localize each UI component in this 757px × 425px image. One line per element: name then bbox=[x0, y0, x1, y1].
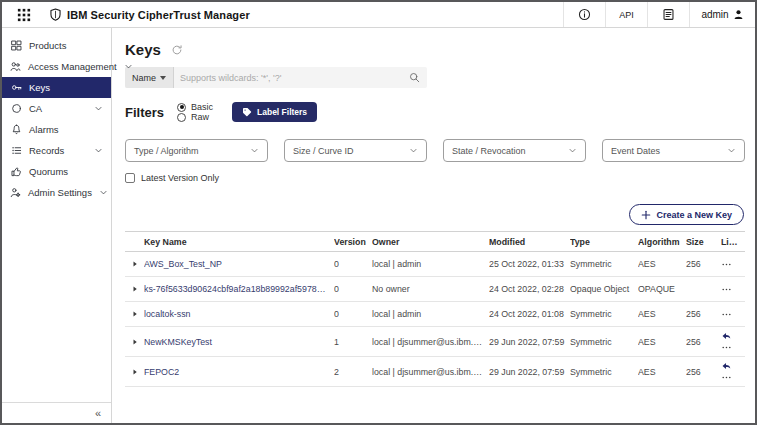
expand-caret-icon[interactable] bbox=[125, 368, 144, 376]
app-switcher-icon[interactable] bbox=[11, 8, 37, 22]
chevron-down-icon bbox=[160, 76, 166, 80]
link-back-icon[interactable] bbox=[721, 360, 732, 371]
refresh-icon[interactable] bbox=[171, 44, 183, 56]
dropdown-type-algorithm[interactable]: Type / Algorithm bbox=[125, 139, 268, 162]
tag-icon bbox=[242, 107, 252, 117]
owner-cell: No owner bbox=[372, 284, 489, 294]
overflow-menu-icon[interactable] bbox=[721, 259, 732, 270]
search-icon[interactable] bbox=[409, 72, 420, 83]
sidebar-item-quorums[interactable]: Quorums bbox=[2, 161, 111, 182]
type-cell: Symmetric bbox=[570, 367, 638, 377]
column-header-algorithm: Algorithm bbox=[638, 237, 686, 247]
owner-cell: local | admin bbox=[372, 259, 489, 269]
key-icon bbox=[10, 82, 22, 93]
filters-heading: Filters bbox=[125, 105, 164, 120]
column-header-owner: Owner bbox=[372, 237, 489, 247]
radio-label: Basic bbox=[191, 102, 213, 112]
brand: IBM SecurityCipherTrust Manager bbox=[49, 8, 250, 21]
plus-icon bbox=[641, 210, 651, 220]
bell-icon bbox=[10, 124, 22, 135]
account-menu[interactable]: admin bbox=[689, 2, 755, 27]
radio-basic[interactable]: Basic bbox=[177, 102, 213, 112]
key-name-link[interactable]: localtok-ssn bbox=[144, 309, 334, 319]
algorithm-cell: AES bbox=[638, 309, 686, 319]
main-content: Keys Name Filters BasicRaw Label Filters bbox=[112, 28, 755, 423]
sidebar-item-keys[interactable]: Keys bbox=[2, 77, 111, 98]
label-filters-label: Label Filters bbox=[257, 107, 307, 117]
version-cell: 0 bbox=[334, 284, 372, 294]
records-icon bbox=[10, 145, 22, 156]
table-row[interactable]: AWS_Box_Test_NP0local | admin25 Oct 2022… bbox=[125, 252, 745, 277]
expand-caret-icon[interactable] bbox=[125, 285, 144, 293]
dropdown-size-curve-id[interactable]: Size / Curve ID bbox=[284, 139, 427, 162]
sidebar-item-ca[interactable]: CA bbox=[2, 98, 111, 119]
admin-gear-icon bbox=[10, 187, 21, 198]
key-name-link[interactable]: NewKMSKeyTest bbox=[144, 337, 334, 347]
dropdown-label: State / Revocation bbox=[452, 146, 526, 156]
page-title: Keys bbox=[125, 41, 161, 58]
radio-button-icon bbox=[177, 103, 186, 112]
algorithm-cell: AES bbox=[638, 259, 686, 269]
links-cell bbox=[721, 327, 745, 356]
links-cell bbox=[721, 306, 745, 323]
sidebar-item-label: Admin Settings bbox=[28, 187, 92, 198]
algorithm-cell: OPAQUE bbox=[638, 284, 686, 294]
brand-text: IBM SecurityCipherTrust Manager bbox=[67, 9, 250, 21]
create-new-key-label: Create a New Key bbox=[656, 210, 732, 220]
radio-raw[interactable]: Raw bbox=[177, 112, 213, 122]
key-name-link[interactable]: FEPOC2 bbox=[144, 367, 334, 377]
sidebar-item-access-management[interactable]: Access Management bbox=[2, 56, 111, 77]
key-name-link[interactable]: ks-76f5633d90624cbf9af2a18b89992af59783a… bbox=[144, 284, 334, 294]
checkbox-icon bbox=[125, 173, 135, 183]
size-cell: 256 bbox=[686, 337, 721, 347]
expand-caret-icon[interactable] bbox=[125, 260, 144, 268]
account-name: admin bbox=[701, 9, 728, 20]
chevron-down-icon bbox=[124, 62, 133, 71]
sidebar-collapse-button[interactable]: « bbox=[2, 402, 111, 423]
expand-caret-icon[interactable] bbox=[125, 310, 144, 318]
modified-cell: 29 Jun 2022, 07:59 bbox=[489, 367, 570, 377]
expand-caret-icon[interactable] bbox=[125, 338, 144, 346]
key-name-link[interactable]: AWS_Box_Test_NP bbox=[144, 259, 334, 269]
overflow-menu-icon[interactable] bbox=[721, 342, 732, 353]
overflow-menu-icon[interactable] bbox=[721, 284, 732, 295]
algorithm-cell: AES bbox=[638, 367, 686, 377]
overflow-menu-icon[interactable] bbox=[721, 372, 732, 383]
overflow-menu-icon[interactable] bbox=[721, 309, 732, 320]
header-left: IBM SecurityCipherTrust Manager bbox=[2, 2, 250, 27]
info-icon[interactable] bbox=[563, 2, 605, 27]
sidebar-item-alarms[interactable]: Alarms bbox=[2, 119, 111, 140]
table-row[interactable]: FEPOC22local | djsummer@us.ibm.com29 Jun… bbox=[125, 357, 745, 387]
links-cell bbox=[721, 357, 745, 386]
latest-version-checkbox[interactable]: Latest Version Only bbox=[125, 173, 219, 183]
chevron-down-icon bbox=[568, 146, 577, 155]
column-header-key-name: Key Name bbox=[144, 237, 334, 247]
search-field-selector-label: Name bbox=[132, 73, 156, 83]
dropdown-event-dates[interactable]: Event Dates bbox=[602, 139, 745, 162]
sidebar-item-label: Alarms bbox=[29, 124, 104, 135]
search-input[interactable] bbox=[174, 73, 409, 83]
table-row[interactable]: ks-76f5633d90624cbf9af2a18b89992af59783a… bbox=[125, 277, 745, 302]
type-cell: Symmetric bbox=[570, 259, 638, 269]
create-new-key-button[interactable]: Create a New Key bbox=[629, 204, 744, 225]
links-cell bbox=[721, 281, 745, 298]
chevron-down-icon bbox=[409, 146, 418, 155]
link-back-icon[interactable] bbox=[721, 330, 732, 341]
type-cell: Symmetric bbox=[570, 309, 638, 319]
products-icon bbox=[10, 40, 22, 51]
sidebar-item-admin-settings[interactable]: Admin Settings bbox=[2, 182, 111, 203]
latest-version-label: Latest Version Only bbox=[141, 173, 219, 183]
label-filters-button[interactable]: Label Filters bbox=[232, 102, 317, 122]
table-row[interactable]: NewKMSKeyTest1local | djsummer@us.ibm.co… bbox=[125, 327, 745, 357]
api-button[interactable]: API bbox=[605, 2, 647, 27]
type-cell: Opaque Object bbox=[570, 284, 638, 294]
user-icon bbox=[733, 9, 744, 20]
sidebar-item-records[interactable]: Records bbox=[2, 140, 111, 161]
docs-icon[interactable] bbox=[647, 2, 689, 27]
column-header-type: Type bbox=[570, 237, 638, 247]
search-bar: Name bbox=[125, 67, 427, 88]
dropdown-state-revocation[interactable]: State / Revocation bbox=[443, 139, 586, 162]
radio-button-icon bbox=[177, 113, 186, 122]
table-row[interactable]: localtok-ssn0local | admin24 Oct 2022, 0… bbox=[125, 302, 745, 327]
sidebar-item-products[interactable]: Products bbox=[2, 35, 111, 56]
